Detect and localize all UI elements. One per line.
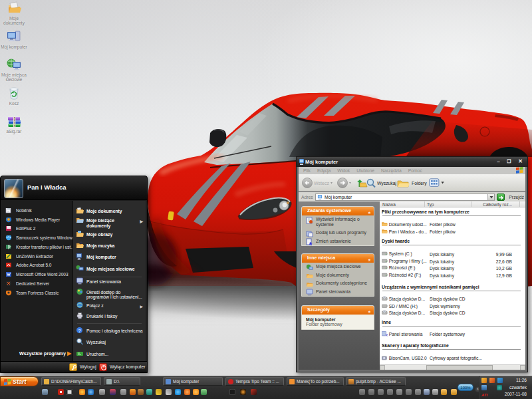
svg-text:Wyszukaj: Wyszukaj [377, 181, 397, 186]
svg-text:?: ? [78, 328, 81, 334]
svg-text:Foldery: Foldery [412, 181, 427, 186]
svg-text:Wstecz: Wstecz [314, 181, 329, 186]
